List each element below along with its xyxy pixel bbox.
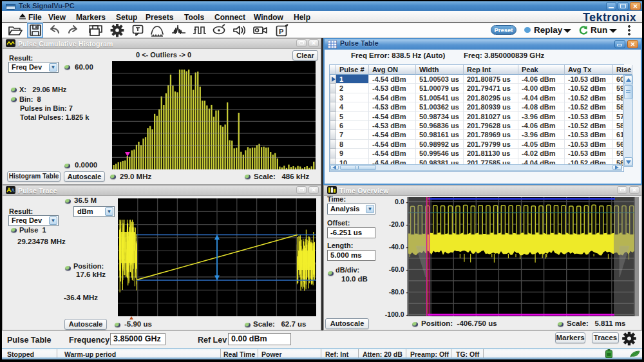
svg-text:P: P [279, 28, 283, 35]
